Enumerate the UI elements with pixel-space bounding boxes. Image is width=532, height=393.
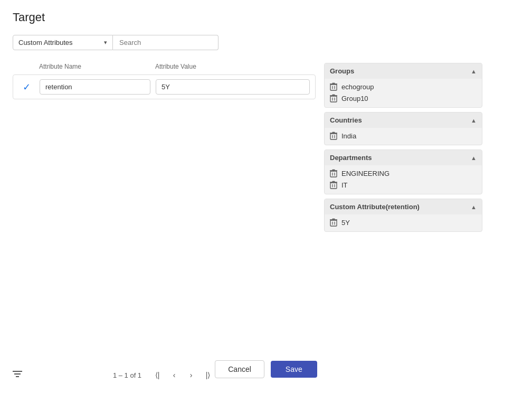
- page-title: Target: [13, 11, 519, 24]
- list-item: India: [325, 130, 482, 142]
- country-item-label: India: [341, 132, 356, 140]
- attr-name-input[interactable]: [40, 79, 150, 95]
- toolbar: Custom Attributes ▾: [13, 35, 519, 50]
- table-row: ✓: [13, 74, 316, 99]
- list-item: echogroup: [325, 81, 482, 92]
- right-panel: Groups ▲: [324, 63, 519, 382]
- sections-column: Groups ▲: [324, 63, 482, 382]
- group-item-label: Group10: [341, 95, 368, 102]
- trash-icon[interactable]: [330, 82, 337, 91]
- dept-item-label: IT: [341, 181, 348, 189]
- groups-section: Groups ▲: [324, 63, 482, 108]
- custom-attr-collapse-icon[interactable]: ▲: [471, 204, 477, 210]
- departments-items: ENGINEERING: [325, 165, 482, 194]
- svg-rect-25: [330, 183, 337, 189]
- col-header-attr-value: Attribute Value: [155, 63, 316, 70]
- chevron-down-icon: ▾: [104, 39, 107, 46]
- groups-title: Groups: [330, 67, 354, 75]
- departments-collapse-icon[interactable]: ▲: [471, 155, 477, 161]
- countries-collapse-icon[interactable]: ▲: [471, 117, 477, 124]
- attr-value-input[interactable]: [156, 79, 310, 95]
- countries-section: Countries ▲: [324, 112, 482, 145]
- trash-icon[interactable]: [330, 132, 337, 140]
- svg-rect-31: [330, 220, 337, 226]
- col-header-attr-name: Attribute Name: [39, 63, 155, 70]
- bottom-bar: Cancel Save: [0, 352, 532, 382]
- custom-attr-section: Custom Attribute(retention) ▲: [324, 199, 482, 232]
- groups-header: Groups ▲: [325, 63, 482, 79]
- svg-rect-14: [330, 134, 337, 139]
- groups-items: echogroup: [325, 79, 482, 107]
- svg-rect-3: [330, 85, 337, 90]
- departments-section: Departments ▲: [324, 149, 482, 194]
- countries-items: India: [325, 128, 482, 145]
- dropdown-label: Custom Attributes: [18, 39, 73, 46]
- group-item-label: echogroup: [341, 83, 374, 91]
- custom-attr-items: 5Y: [325, 214, 482, 231]
- list-item: ENGINEERING: [325, 167, 482, 179]
- checkmark-icon: ✓: [23, 81, 31, 93]
- table-header: Attribute Name Attribute Value: [13, 63, 316, 74]
- list-item: IT: [325, 179, 482, 191]
- custom-attr-item-label: 5Y: [341, 219, 350, 227]
- search-input[interactable]: [113, 35, 218, 50]
- trash-icon[interactable]: [330, 218, 337, 227]
- countries-title: Countries: [330, 116, 362, 124]
- svg-rect-8: [330, 96, 337, 102]
- trash-icon[interactable]: [330, 94, 337, 102]
- dept-item-label: ENGINEERING: [341, 170, 390, 177]
- countries-header: Countries ▲: [325, 113, 482, 128]
- custom-attr-header: Custom Attribute(retention) ▲: [325, 199, 482, 214]
- list-item: Group10: [325, 92, 482, 104]
- save-button[interactable]: Save: [271, 361, 317, 378]
- attribute-type-dropdown[interactable]: Custom Attributes ▾: [13, 35, 113, 50]
- groups-collapse-icon[interactable]: ▲: [471, 68, 477, 74]
- main-content: Attribute Name Attribute Value ✓: [13, 63, 519, 382]
- departments-title: Departments: [330, 154, 372, 162]
- svg-rect-20: [330, 171, 337, 177]
- row-checkbox[interactable]: ✓: [18, 81, 34, 93]
- custom-attr-title: Custom Attribute(retention): [330, 203, 420, 211]
- trash-icon[interactable]: [330, 169, 337, 177]
- trash-icon[interactable]: [330, 181, 337, 189]
- departments-header: Departments ▲: [325, 150, 482, 165]
- list-item: 5Y: [325, 217, 482, 228]
- cancel-button[interactable]: Cancel: [215, 360, 264, 378]
- left-panel: Attribute Name Attribute Value ✓: [13, 63, 316, 382]
